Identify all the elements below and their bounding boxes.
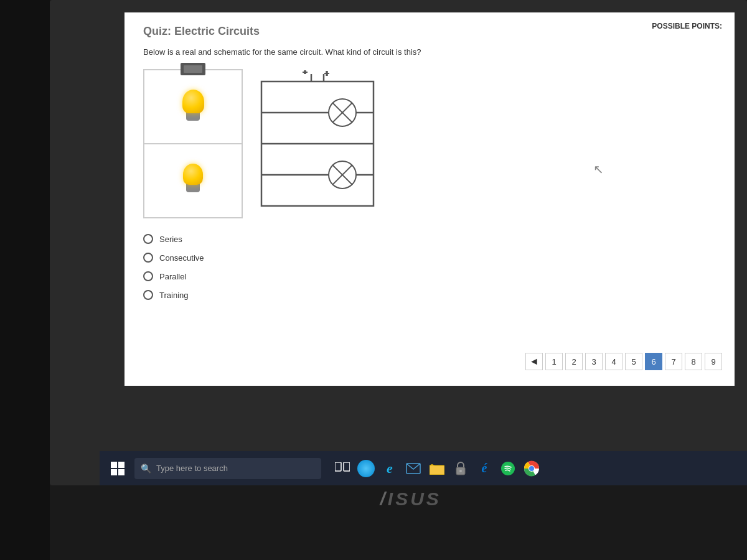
option-parallel[interactable]: Parallel — [143, 271, 716, 281]
page-7-button[interactable]: 7 — [665, 353, 682, 370]
schematic-circuit-diagram — [255, 69, 380, 218]
search-icon: 🔍 — [141, 464, 151, 474]
quiz-container: POSSIBLE POINTS: Quiz: Electric Circuits… — [125, 12, 735, 386]
radio-training[interactable] — [143, 290, 153, 300]
bulb-base-top — [186, 112, 200, 121]
svg-rect-19 — [118, 462, 125, 468]
bulb-glass-top — [182, 90, 204, 113]
circuit-top-section — [144, 70, 242, 144]
cortana-button[interactable] — [356, 459, 376, 478]
edge-icon: e — [387, 460, 393, 477]
schematic-svg — [255, 69, 380, 218]
label-training: Training — [159, 291, 188, 300]
svg-point-31 — [529, 466, 534, 471]
svg-point-27 — [459, 470, 462, 472]
bulb-base-bottom — [186, 184, 200, 192]
mail-icon — [406, 463, 421, 474]
label-parallel: Parallel — [159, 272, 186, 281]
search-placeholder: Type here to search — [156, 464, 228, 473]
content-area: POSSIBLE POINTS: Quiz: Electric Circuits… — [125, 12, 735, 386]
asus-logo: /ISUS — [380, 488, 441, 510]
lock-icon — [454, 462, 467, 475]
mail-button[interactable] — [403, 459, 423, 478]
page-2-button[interactable]: 2 — [565, 353, 583, 370]
label-consecutive: Consecutive — [159, 253, 204, 263]
explorer-button[interactable] — [427, 459, 447, 478]
page-5-button[interactable]: 5 — [625, 353, 642, 370]
cursor-arrow: ↖ — [593, 162, 604, 177]
screen-area: POSSIBLE POINTS: Quiz: Electric Circuits… — [50, 0, 747, 485]
security-button[interactable] — [451, 459, 471, 478]
svg-rect-23 — [344, 462, 350, 471]
windows-icon — [111, 462, 125, 475]
page-3-button[interactable]: 3 — [585, 353, 603, 370]
taskbar: 🔍 Type here to search e — [100, 451, 747, 485]
bulb-glass-bottom — [183, 164, 203, 185]
task-view-button[interactable] — [332, 459, 352, 478]
page-1-button[interactable]: 1 — [545, 353, 563, 370]
radio-parallel[interactable] — [143, 271, 153, 281]
svg-rect-25 — [430, 465, 444, 475]
option-consecutive[interactable]: Consecutive — [143, 253, 716, 263]
real-circuit-diagram — [143, 69, 243, 218]
edge-blue-button[interactable]: é — [474, 459, 494, 478]
svg-rect-21 — [118, 469, 125, 475]
circuit-bottom-section — [144, 144, 242, 217]
spotify-icon — [500, 461, 515, 476]
option-series[interactable]: Series — [143, 234, 716, 244]
taskbar-icons: e — [332, 459, 542, 478]
radio-series[interactable] — [143, 234, 153, 244]
svg-rect-18 — [111, 462, 117, 468]
option-training[interactable]: Training — [143, 290, 716, 300]
page-9-button[interactable]: 9 — [705, 353, 722, 370]
page-6-button[interactable]: 6 — [645, 353, 662, 370]
spotify-button[interactable] — [498, 459, 518, 478]
edge-blue-icon: é — [482, 461, 487, 475]
label-series: Series — [159, 235, 182, 244]
chrome-button[interactable] — [522, 459, 542, 478]
laptop-left-edge — [0, 0, 50, 560]
lightbulb-top — [179, 90, 207, 124]
pagination: ◄ 1 2 3 4 5 6 7 8 9 — [525, 353, 722, 370]
laptop-bottom-body: /ISUS — [50, 485, 747, 560]
taskview-icon — [335, 462, 350, 475]
lightbulb-bottom — [179, 164, 207, 198]
page-4-button[interactable]: 4 — [605, 353, 622, 370]
asus-slash: / — [380, 488, 387, 509]
start-button[interactable] — [106, 457, 129, 480]
svg-rect-22 — [335, 462, 341, 471]
circuits-area — [143, 69, 716, 218]
quiz-title: Quiz: Electric Circuits — [143, 25, 716, 38]
page-8-button[interactable]: 8 — [685, 353, 702, 370]
search-bar[interactable]: 🔍 Type here to search — [134, 458, 321, 479]
prev-page-button[interactable]: ◄ — [525, 353, 543, 370]
explorer-icon — [430, 462, 444, 475]
chrome-icon — [524, 460, 540, 477]
answer-options: Series Consecutive Parallel Training — [143, 234, 716, 300]
radio-consecutive[interactable] — [143, 253, 153, 263]
svg-rect-20 — [111, 469, 117, 475]
question-text: Below is a real and schematic for the sa… — [143, 47, 716, 57]
edge-button[interactable]: e — [380, 459, 400, 478]
